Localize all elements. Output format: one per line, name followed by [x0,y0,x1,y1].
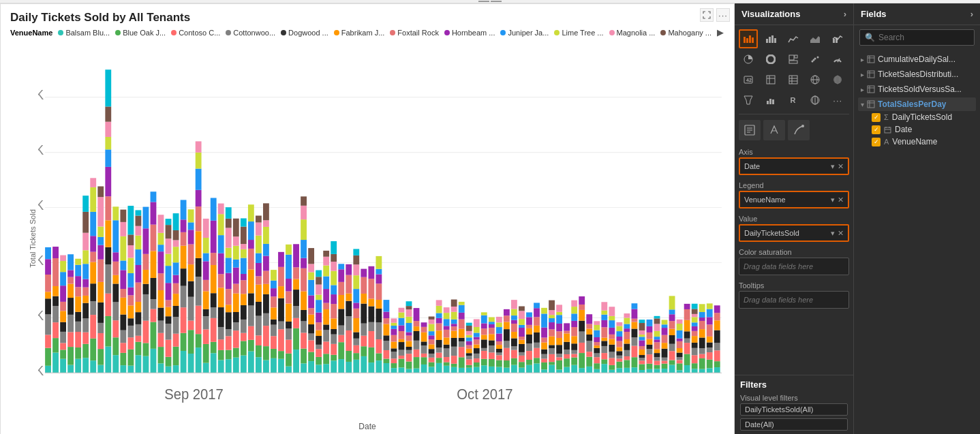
fields-group-header[interactable]: ▾ TotalSalesPerDay [858,97,976,111]
svg-rect-746 [556,345,562,354]
svg-rect-396 [308,340,314,352]
svg-rect-398 [308,324,314,333]
value-dropdown-icon[interactable]: ▾ [831,229,835,238]
svg-rect-488 [368,279,374,298]
svg-rect-133 [127,350,134,366]
matrix-icon[interactable] [784,70,803,89]
svg-rect-412 [316,322,322,330]
r-script-icon[interactable]: R [784,91,803,110]
bar-chart-icon[interactable] [761,29,780,48]
fields-subitem[interactable]: ✓ A VenueName [858,136,976,148]
svg-rect-719 [534,303,540,308]
table-icon[interactable] [761,70,780,89]
svg-rect-637 [474,332,480,337]
svg-rect-817 [609,328,615,335]
svg-rect-413 [316,313,322,323]
gauge-icon[interactable] [828,50,847,69]
legend-item: Foxtail Rock [390,29,439,37]
legend-dot [444,30,450,35]
subitem-name: VenueName [892,137,937,146]
legend-dropdown-icon[interactable]: ▾ [831,196,835,204]
svg-rect-762 [571,358,577,365]
svg-rect-789 [594,363,600,369]
more-options-icon[interactable]: ··· [716,8,730,22]
svg-rect-45 [67,315,74,332]
value-section: Value DailyTicketsSold ▾ ✕ [739,213,849,242]
svg-rect-717 [534,317,540,326]
svg-rect-231 [188,209,194,222]
analytics-tab[interactable] [788,120,810,140]
filter-badge-0[interactable]: DailyTicketsSold(All) [740,403,848,416]
filter-badge-1[interactable]: Date(All) [740,418,848,431]
stacked-bar-icon[interactable] [739,29,758,48]
svg-rect-848 [632,322,638,329]
card-icon[interactable]: 42 [739,70,758,89]
filled-map-icon[interactable] [828,70,847,89]
viz-panel-expand[interactable]: › [844,9,846,19]
svg-rect-568 [429,331,435,335]
axis-drop-zone[interactable]: Date ▾ ✕ [739,157,849,175]
fields-panel-expand[interactable]: › [970,9,973,19]
fields-group-header[interactable]: ▸ TicketsSoldVersusSa... [858,82,976,96]
svg-rect-316 [248,293,254,305]
pie-chart-icon[interactable] [739,50,758,69]
fields-subitem[interactable]: ✓ Date [858,123,976,136]
fields-group-header[interactable]: ▸ CumulativeDailySal... [858,52,976,66]
fields-subitem[interactable]: ✓ Σ DailyTicketsSold [858,111,976,123]
svg-rect-282 [226,258,232,273]
svg-rect-690 [519,368,525,373]
globe-icon[interactable] [806,91,825,110]
axis-dropdown-icon[interactable]: ▾ [831,162,835,171]
svg-rect-1019 [868,56,874,63]
tooltips-drop-zone[interactable]: Drag data fields here [739,291,849,309]
svg-rect-958 [707,303,713,309]
svg-rect-125 [120,298,126,315]
color-saturation-drop-zone[interactable]: Drag data fields here [739,258,849,275]
funnel-icon[interactable] [739,91,758,110]
legend-drop-zone[interactable]: VenueName ▾ ✕ [739,191,849,208]
axis-remove-icon[interactable]: ✕ [838,162,844,171]
line-chart-icon[interactable] [784,29,803,48]
format-tab[interactable] [763,120,785,140]
legend-dot [609,30,615,35]
fields-tab[interactable] [739,120,761,140]
donut-chart-icon[interactable] [761,50,780,69]
svg-rect-295 [233,260,239,268]
legend-more[interactable]: ▶ [717,27,724,37]
svg-rect-701 [519,307,525,311]
fields-group-header[interactable]: ▸ TicketSalesDistributi... [858,67,976,81]
svg-rect-123 [120,330,126,343]
scatter-chart-icon[interactable] [806,50,825,69]
svg-rect-515 [391,335,397,342]
svg-rect-354 [271,281,277,288]
svg-text:6K: 6K [38,46,44,47]
svg-rect-129 [120,236,126,261]
group-arrow: ▾ [861,101,864,108]
svg-rect-573 [436,358,442,363]
expand-icon[interactable] [700,8,714,22]
svg-rect-138 [127,295,134,305]
svg-rect-606 [459,368,465,373]
svg-rect-321 [248,204,254,221]
more-visuals-icon[interactable]: ··· [828,91,847,110]
svg-rect-73 [82,196,89,212]
svg-rect-293 [233,284,239,294]
area-chart-icon[interactable] [806,29,825,48]
value-drop-zone[interactable]: DailyTicketsSold ▾ ✕ [739,224,849,242]
svg-text:0K: 0K [38,363,44,378]
fields-search-box[interactable]: 🔍 [859,29,975,46]
svg-rect-482 [368,362,374,373]
value-remove-icon[interactable]: ✕ [838,229,844,238]
svg-rect-493 [376,322,382,339]
svg-rect-311 [241,218,247,226]
svg-rect-360 [278,298,284,322]
map-icon[interactable] [806,70,825,89]
svg-rect-639 [474,319,480,327]
svg-rect-850 [632,309,638,319]
legend-remove-icon[interactable]: ✕ [838,196,844,204]
treemap-icon[interactable] [784,50,803,69]
search-input[interactable] [878,33,969,42]
combo-chart-icon[interactable] [828,29,847,48]
svg-rect-371 [286,279,292,292]
waterfall-icon[interactable] [761,91,780,110]
